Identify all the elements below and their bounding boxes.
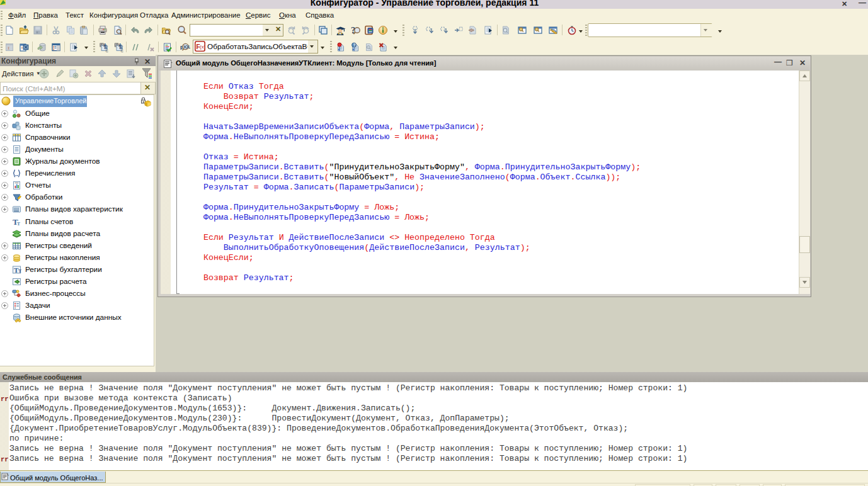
svg-text:т: т bbox=[17, 220, 20, 227]
svg-text:(x): (x) bbox=[200, 44, 205, 50]
svg-text:?: ? bbox=[353, 43, 356, 47]
svg-text:ЮЦ: ЮЦ bbox=[184, 45, 191, 50]
svg-text:С: С bbox=[121, 49, 124, 53]
svg-text:Тт: Тт bbox=[14, 266, 21, 274]
svg-text:С: С bbox=[106, 49, 109, 53]
